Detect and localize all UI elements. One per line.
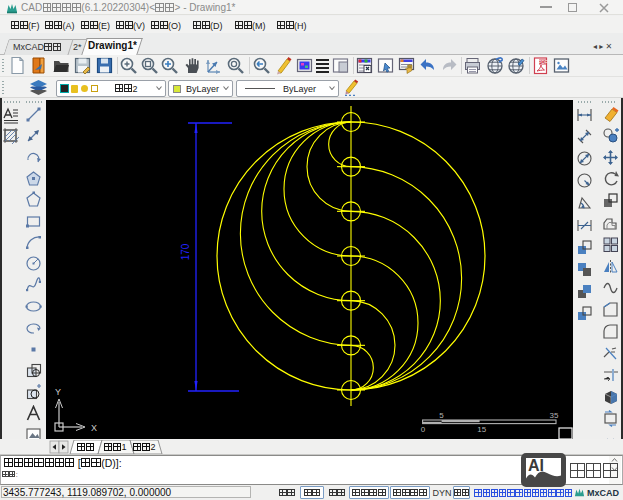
svg-text:35: 35: [550, 411, 559, 420]
svg-text:15: 15: [477, 425, 486, 434]
svg-text:5: 5: [439, 411, 444, 420]
svg-text:0: 0: [421, 425, 426, 434]
svg-text:Y: Y: [55, 387, 61, 397]
svg-text:X: X: [91, 423, 97, 433]
svg-text:170: 170: [180, 243, 191, 260]
svg-text:PDF: PDF: [538, 60, 547, 65]
